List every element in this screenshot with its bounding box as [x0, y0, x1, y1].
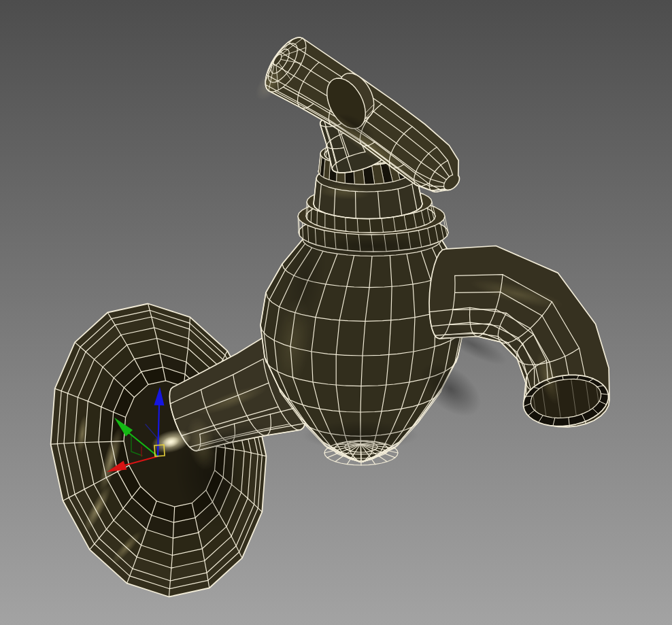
- shadow-blob: [303, 420, 418, 450]
- viewport-3d[interactable]: [0, 0, 672, 625]
- viewport-canvas[interactable]: [0, 0, 672, 625]
